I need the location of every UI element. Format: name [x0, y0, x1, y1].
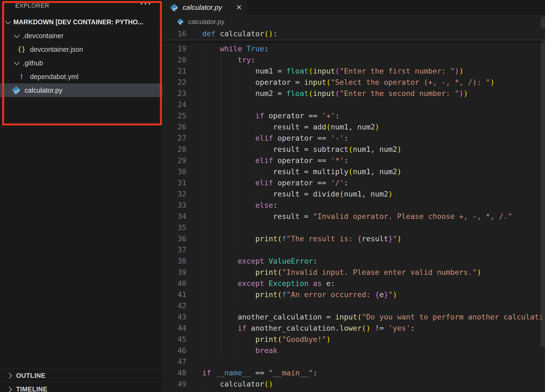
- scrollbar: [541, 15, 545, 392]
- indent-guide: [203, 233, 203, 244]
- code-line-32[interactable]: 32 result = divide(num1, num2): [162, 188, 545, 200]
- indent-guide: [220, 121, 221, 132]
- code-text[interactable]: result = add(num1, num2): [202, 121, 379, 132]
- code-line-37[interactable]: 37: [162, 244, 545, 255]
- python-icon: [175, 19, 185, 25]
- sticky-scroll-line[interactable]: 16def calculator():: [162, 28, 545, 40]
- code-line-43[interactable]: 43 another_calculation = input("Do you w…: [162, 311, 545, 322]
- code-text[interactable]: print(f"An error occurred: {e}"): [202, 289, 397, 300]
- breadcrumb[interactable]: calculator.py: [162, 15, 224, 28]
- code-line-23[interactable]: 23 num2 = float(input("Enter the second …: [162, 88, 545, 99]
- code-text[interactable]: elif operator == '-':: [202, 132, 348, 144]
- code-line-25[interactable]: 25 if operator == '+':: [162, 110, 545, 121]
- line-number: 41: [162, 289, 186, 300]
- code-text[interactable]: def calculator():: [202, 28, 277, 40]
- line-number: 27: [162, 132, 186, 144]
- code-text[interactable]: if __name__ == "__main__":: [202, 367, 317, 378]
- code-line-26[interactable]: 26 result = add(num1, num2): [162, 121, 545, 132]
- code-line-33[interactable]: 33 else:: [162, 200, 545, 211]
- code-area[interactable]: 19 while True:20 try:21 num1 = float(inp…: [162, 40, 545, 392]
- code-text[interactable]: try:: [202, 54, 255, 65]
- code-line-46[interactable]: 46 break: [162, 345, 545, 356]
- code-line-38[interactable]: 38 except ValueError:: [162, 255, 545, 267]
- code-text[interactable]: while True:: [202, 43, 269, 54]
- indent-guide: [220, 289, 221, 300]
- code-text[interactable]: else:: [202, 200, 277, 211]
- tree-item-.devcontainer[interactable]: .devcontainer: [0, 29, 162, 43]
- code-text[interactable]: num2 = float(input("Enter the second num…: [202, 88, 468, 99]
- code-line-50[interactable]: 50: [162, 390, 545, 392]
- code-line-27[interactable]: 27 elif operator == '-':: [162, 132, 545, 144]
- code-line-22[interactable]: 22 operator = input("Select the operator…: [162, 77, 545, 88]
- workspace-section-header[interactable]: MARKDOWN [DEV CONTAINER: PYTHO...: [0, 16, 162, 28]
- code-line-28[interactable]: 28 result = subtract(num1, num2): [162, 144, 545, 155]
- code-text[interactable]: result = divide(num1, num2): [202, 188, 393, 200]
- line-number: 28: [162, 144, 186, 155]
- code-line-24[interactable]: 24: [162, 99, 545, 110]
- code-line-47[interactable]: 47: [162, 356, 545, 367]
- code-text[interactable]: elif operator == '*':: [202, 155, 348, 166]
- code-text[interactable]: calculator(): [202, 378, 273, 390]
- tree-item-.github[interactable]: .github: [0, 56, 162, 70]
- code-line-39[interactable]: 39 print("Invalid input. Please enter va…: [162, 267, 545, 278]
- tree-item-dependabot.yml[interactable]: !dependabot.yml: [0, 70, 162, 83]
- code-line-19[interactable]: 19 while True:: [162, 43, 545, 54]
- tree-item-calculator.py[interactable]: calculator.py: [0, 83, 162, 97]
- code-line-31[interactable]: 31 elif operator == '/':: [162, 177, 545, 188]
- code-text[interactable]: operator = input("Select the operator (+…: [202, 77, 495, 88]
- scrollbar-slider[interactable]: [541, 17, 545, 347]
- code-text[interactable]: print(f"The result is: {result}"): [202, 233, 402, 244]
- tab-calculator-py[interactable]: calculator.py ✕: [162, 0, 247, 15]
- indent-guide: [238, 99, 238, 110]
- code-line-34[interactable]: 34 result = "Invalid operator. Please ch…: [162, 211, 545, 222]
- code-text[interactable]: break: [202, 345, 277, 356]
- code-line-42[interactable]: 42: [162, 300, 545, 311]
- indent-guide: [238, 144, 238, 155]
- code-text[interactable]: result = multiply(num1, num2): [202, 166, 402, 177]
- code-line-21[interactable]: 21 num1 = float(input("Enter the first n…: [162, 65, 545, 77]
- code-text[interactable]: num1 = float(input("Enter the first numb…: [202, 65, 464, 77]
- more-actions-icon[interactable]: ⋯: [140, 0, 152, 10]
- explorer-title: EXPLORER: [15, 2, 49, 9]
- code-line-20[interactable]: 20 try:: [162, 54, 545, 65]
- indent-guide: [220, 88, 221, 99]
- indent-guide: [203, 289, 203, 300]
- sidebar-panel-timeline[interactable]: TIMELINE: [0, 382, 162, 392]
- code-line-45[interactable]: 45 print("Goodbye!"): [162, 334, 545, 345]
- code-line-49[interactable]: 49 calculator(): [162, 378, 545, 390]
- code-text[interactable]: except ValueError:: [202, 255, 317, 267]
- code-text[interactable]: another_calculation = input("Do you want…: [202, 311, 543, 322]
- code-text[interactable]: print("Invalid input. Please enter valid…: [202, 267, 481, 278]
- sidebar-panel-outline[interactable]: OUTLINE: [0, 369, 162, 382]
- tree-item-devcontainer.json[interactable]: {}devcontainer.json: [0, 43, 162, 56]
- code-text[interactable]: except Exception as e:: [202, 278, 335, 289]
- python-icon: [12, 86, 20, 94]
- code-line-16[interactable]: 16def calculator():: [162, 28, 545, 39]
- code-line-44[interactable]: 44 if another_calculation.lower() != 'ye…: [162, 322, 545, 334]
- code-text[interactable]: print("Goodbye!"): [202, 334, 331, 345]
- indent-guide: [256, 144, 256, 155]
- line-number: 47: [162, 356, 186, 367]
- explorer-sidebar: EXPLORER ⋯ MARKDOWN [DEV CONTAINER: PYTH…: [0, 0, 162, 392]
- code-line-30[interactable]: 30 result = multiply(num1, num2): [162, 166, 545, 177]
- code-text[interactable]: result = subtract(num1, num2): [202, 144, 402, 155]
- indent-guide: [220, 54, 221, 65]
- indent-guide: [238, 222, 238, 233]
- workspace-section-label: MARKDOWN [DEV CONTAINER: PYTHO...: [13, 18, 143, 26]
- code-text[interactable]: if another_calculation.lower() != 'yes':: [202, 322, 415, 334]
- code-line-36[interactable]: 36 print(f"The result is: {result}"): [162, 233, 545, 244]
- code-line-35[interactable]: 35: [162, 222, 545, 233]
- code-line-29[interactable]: 29 elif operator == '*':: [162, 155, 545, 166]
- indent-guide: [220, 211, 221, 222]
- braces-icon: {}: [17, 46, 26, 53]
- tab-label: calculator.py: [183, 3, 222, 12]
- chevron-down-icon: [5, 18, 11, 24]
- indent-guide: [220, 222, 221, 233]
- close-icon[interactable]: ✕: [236, 3, 242, 12]
- code-text[interactable]: elif operator == '/':: [202, 177, 348, 188]
- code-line-48[interactable]: 48if __name__ == "__main__":: [162, 367, 545, 378]
- code-line-40[interactable]: 40 except Exception as e:: [162, 278, 545, 289]
- code-line-41[interactable]: 41 print(f"An error occurred: {e}"): [162, 289, 545, 300]
- code-text[interactable]: result = "Invalid operator. Please choos…: [202, 211, 512, 222]
- code-text[interactable]: if operator == '+':: [202, 110, 340, 121]
